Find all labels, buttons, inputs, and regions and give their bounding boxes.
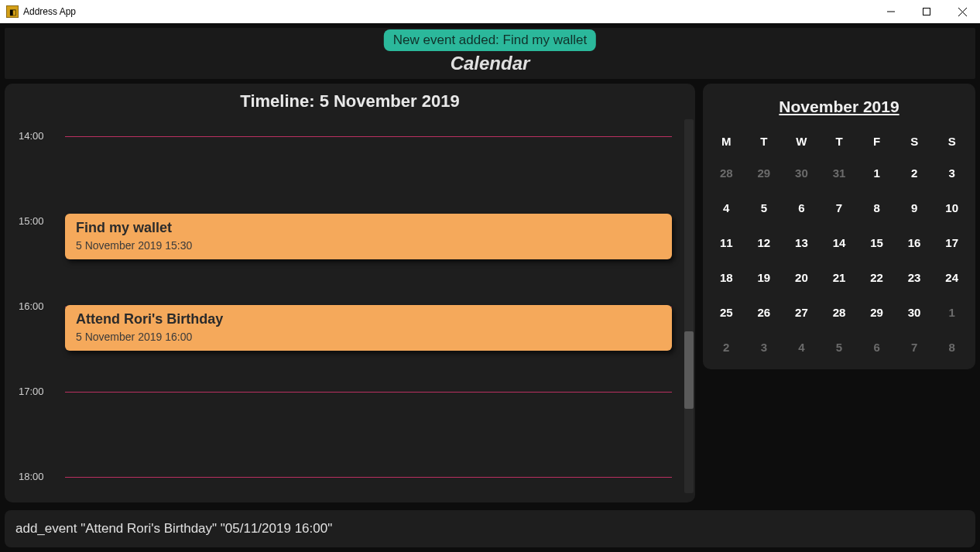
calendar-day[interactable]: 2: [896, 156, 934, 190]
calendar-day[interactable]: 17: [933, 225, 971, 260]
close-button[interactable]: [944, 0, 980, 23]
event-subtitle: 5 November 2019 15:30: [76, 239, 661, 252]
calendar-day[interactable]: 21: [821, 260, 858, 295]
calendar-day[interactable]: 19: [745, 260, 783, 295]
calendar-day[interactable]: 8: [858, 190, 896, 225]
calendar-day[interactable]: 10: [933, 190, 971, 225]
window-title: Address App: [23, 6, 76, 17]
calendar-day[interactable]: 4: [783, 330, 821, 365]
calendar-day[interactable]: 29: [745, 156, 783, 190]
app-body: New event added: Find my wallet Calendar…: [0, 23, 980, 552]
calendar-day[interactable]: 8: [933, 330, 971, 365]
calendar-day[interactable]: 30: [896, 295, 934, 330]
scrollbar-thumb[interactable]: [684, 331, 694, 409]
event-card[interactable]: Find my wallet 5 November 2019 15:30: [65, 214, 672, 259]
calendar-day[interactable]: 12: [745, 225, 783, 260]
hour-line: [65, 392, 672, 393]
calendar-dow-header: W: [783, 127, 821, 156]
event-card[interactable]: Attend Rori's Birthday 5 November 2019 1…: [65, 305, 672, 351]
calendar-day[interactable]: 11: [708, 225, 745, 260]
hour-label: 16:00: [19, 300, 44, 312]
calendar-dow-header: T: [745, 127, 783, 156]
toast-notification: New event added: Find my wallet: [384, 29, 596, 51]
svg-rect-1: [923, 9, 930, 15]
hour-line: [65, 477, 672, 478]
calendar-day[interactable]: 6: [783, 190, 821, 225]
calendar-dow-header: T: [821, 127, 858, 156]
maximize-button[interactable]: [909, 0, 944, 23]
hour-label: 17:00: [19, 386, 44, 397]
calendar-grid: MTWTFSS282930311234567891011121314151617…: [708, 127, 971, 365]
calendar-dow-header: M: [708, 127, 745, 156]
calendar-day[interactable]: 3: [745, 330, 783, 365]
main-row: Timeline: 5 November 2019 14:00 15:00 16…: [5, 84, 975, 502]
calendar-day[interactable]: 9: [896, 190, 934, 225]
calendar-day[interactable]: 18: [708, 260, 745, 295]
calendar-day[interactable]: 23: [896, 260, 934, 295]
close-icon: [958, 8, 967, 16]
page-title: Calendar: [451, 53, 530, 74]
calendar-day[interactable]: 28: [821, 295, 858, 330]
command-bar: [5, 510, 975, 547]
calendar-dow-header: S: [896, 127, 934, 156]
maximize-icon: [923, 8, 930, 15]
scrollbar-vertical[interactable]: [683, 118, 695, 495]
calendar-day[interactable]: 5: [821, 330, 858, 365]
timeline-title: Timeline: 5 November 2019: [5, 91, 695, 111]
calendar-day[interactable]: 22: [858, 260, 896, 295]
calendar-day[interactable]: 2: [708, 330, 745, 365]
app-icon: ◧: [6, 5, 19, 18]
calendar-title: November 2019: [708, 98, 971, 116]
calendar-day[interactable]: 15: [858, 225, 896, 260]
calendar-day[interactable]: 29: [858, 295, 896, 330]
calendar-day[interactable]: 14: [821, 225, 858, 260]
calendar-day[interactable]: 7: [896, 330, 934, 365]
calendar-panel: November 2019 MTWTFSS2829303112345678910…: [703, 84, 975, 369]
calendar-day[interactable]: 26: [745, 295, 783, 330]
calendar-day[interactable]: 31: [821, 156, 858, 190]
calendar-day[interactable]: 13: [783, 225, 821, 260]
calendar-day[interactable]: 5: [745, 190, 783, 225]
hour-label: 18:00: [19, 471, 44, 482]
timeline-panel: Timeline: 5 November 2019 14:00 15:00 16…: [5, 84, 695, 502]
calendar-day[interactable]: 1: [933, 295, 971, 330]
calendar-day[interactable]: 28: [708, 156, 745, 190]
calendar-day[interactable]: 4: [708, 190, 745, 225]
calendar-day[interactable]: 30: [783, 156, 821, 190]
scrollbar-track: [684, 119, 694, 493]
calendar-day[interactable]: 3: [933, 156, 971, 190]
app-window: ◧ Address App New event added: Find my w…: [0, 0, 980, 552]
hour-label: 15:00: [19, 215, 44, 227]
calendar-dow-header: S: [933, 127, 971, 156]
calendar-day[interactable]: 24: [933, 260, 971, 295]
calendar-day[interactable]: 7: [821, 190, 858, 225]
titlebar-left: ◧ Address App: [6, 5, 76, 18]
calendar-day[interactable]: 20: [783, 260, 821, 295]
minimize-button[interactable]: [873, 0, 909, 23]
calendar-dow-header: F: [858, 127, 896, 156]
calendar-day[interactable]: 6: [858, 330, 896, 365]
titlebar: ◧ Address App: [0, 0, 980, 23]
calendar-day[interactable]: 25: [708, 295, 745, 330]
header-bar: New event added: Find my wallet Calendar: [5, 28, 975, 79]
event-title: Attend Rori's Birthday: [76, 311, 661, 327]
minimize-icon: [887, 8, 895, 15]
calendar-day[interactable]: 27: [783, 295, 821, 330]
event-title: Find my wallet: [76, 220, 661, 236]
window-controls: [873, 0, 980, 23]
event-subtitle: 5 November 2019 16:00: [76, 331, 661, 343]
timeline-scroll-area: 14:00 15:00 16:00 17:00: [5, 118, 695, 495]
calendar-day[interactable]: 1: [858, 156, 896, 190]
hour-label: 14:00: [19, 130, 44, 142]
command-input[interactable]: [15, 521, 965, 537]
hour-line: [65, 136, 672, 137]
calendar-day[interactable]: 16: [896, 225, 934, 260]
